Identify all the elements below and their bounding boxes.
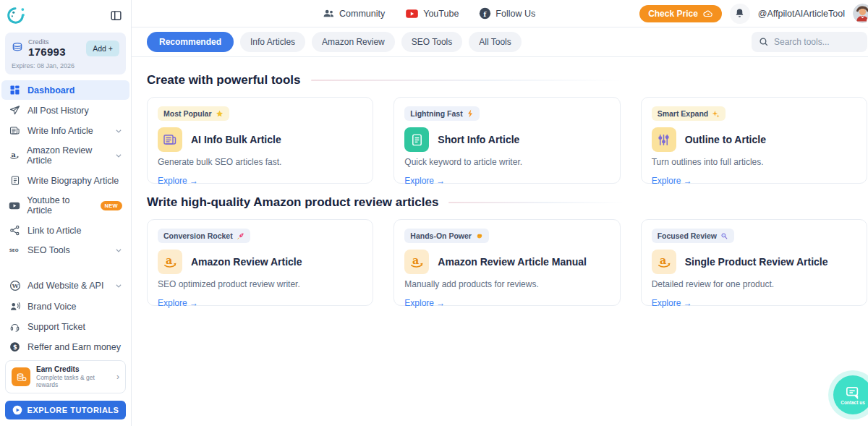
sidebar-item-label: Write Biography Article [27, 176, 119, 186]
tab-recommended[interactable]: Recommended [147, 32, 234, 52]
notification-bell-icon[interactable] [730, 4, 750, 24]
avatar[interactable]: ✓ [853, 4, 868, 23]
amazon-icon: a [9, 150, 20, 161]
decorative-line [311, 80, 624, 81]
tab-seo-tools[interactable]: SEO Tools [401, 32, 462, 52]
credits-expiry: Expires: 08 Jan, 2026 [12, 62, 119, 69]
sidebar-item-label: All Post History [27, 106, 89, 116]
chat-icon [845, 385, 861, 400]
sidebar-nav: Dashboard All Post History Write Info Ar… [0, 80, 131, 260]
sidebar-item-label: Amazon Review Article [27, 145, 109, 166]
sidebar-item-support-ticket[interactable]: Support Ticket [1, 317, 129, 336]
svg-text:$: $ [13, 344, 17, 351]
sparkle-icon [712, 110, 720, 118]
card-title: Amazon Review Article [191, 256, 302, 268]
username-label: @AffpilotAIArticleTool [758, 9, 845, 19]
explore-link[interactable]: Explore → [158, 176, 198, 186]
section-title: Create with powerful tools [147, 73, 301, 88]
document-icon [9, 175, 21, 186]
svg-text:a: a [412, 255, 419, 266]
cloud-sync-icon [702, 9, 713, 18]
tab-info-articles[interactable]: Info Articles [240, 32, 305, 52]
sliders-icon [652, 127, 676, 152]
sidebar-item-label: Brand Voice [27, 302, 76, 312]
card-amazon-review-article: Conversion Rocket a Amazon Review Articl… [147, 219, 373, 306]
card-description: Detailed review for one product. [652, 279, 856, 289]
sidebar-item-write-biography-article[interactable]: Write Biography Article [1, 171, 129, 190]
card-description: SEO optimized product review writer. [158, 279, 362, 289]
youtube-link[interactable]: YouTube [405, 7, 459, 20]
credits-card: Credits 176993 Add + Expires: 08 Jan, 20… [5, 33, 126, 74]
sidebar-item-dashboard[interactable]: Dashboard [1, 80, 129, 100]
sidebar-item-seo-tools[interactable]: SEO SEO Tools [1, 241, 129, 260]
sidebar-item-all-post-history[interactable]: All Post History [1, 101, 129, 120]
sidebar-collapse-icon[interactable] [110, 9, 122, 25]
card-title: AI Info Bulk Article [191, 134, 281, 145]
tab-amazon-review[interactable]: Amazon Review [312, 32, 395, 52]
main-column: Community YouTube f Follow Us Check Pric… [132, 0, 868, 426]
svg-text:W: W [11, 282, 19, 289]
magnifier-icon [720, 232, 728, 240]
play-icon [12, 405, 22, 415]
facebook-icon: f [479, 7, 491, 20]
coins-icon [12, 42, 23, 55]
explore-link[interactable]: Explore → [652, 298, 692, 308]
explore-link[interactable]: Explore → [404, 176, 445, 186]
sidebar-item-youtube-to-article[interactable]: Youtube to Article NEW [1, 191, 129, 220]
wordpress-icon: W [9, 280, 21, 291]
earn-credits-card[interactable]: Earn Credits Complete tasks & get reward… [5, 360, 126, 393]
card-title: Outline to Article [685, 134, 766, 145]
sidebar-item-label: Dashboard [27, 85, 75, 95]
contact-us-label: Contact us [841, 400, 865, 405]
share-icon [9, 225, 21, 236]
community-link[interactable]: Community [323, 7, 385, 20]
explore-link[interactable]: Explore → [404, 298, 445, 308]
dollar-icon: $ [9, 341, 21, 352]
tab-all-tools[interactable]: All Tools [469, 32, 521, 52]
card-outline-to-article: Smart Expand Outline to Article Turn out… [641, 97, 867, 184]
sidebar-item-label: Add Website & API [27, 281, 103, 291]
chevron-right-icon: › [116, 372, 119, 382]
coins-stack-icon [12, 367, 30, 386]
add-credits-button[interactable]: Add + [86, 41, 119, 56]
sidebar-item-label: SEO Tools [27, 245, 70, 255]
app-root: Credits 176993 Add + Expires: 08 Jan, 20… [0, 0, 868, 426]
fist-icon [475, 232, 483, 240]
chevron-down-icon [115, 152, 122, 159]
sidebar-item-link-to-article[interactable]: Link to Article [1, 221, 129, 240]
earn-credits-subtitle: Complete tasks & get rewards [36, 374, 111, 388]
card-title: Single Product Review Article [685, 256, 828, 268]
search-input[interactable] [774, 37, 860, 47]
card-description: Turn outlines into full articles. [652, 157, 856, 167]
card-badge: Hands-On Power [404, 229, 489, 243]
card-title: Short Info Article [438, 134, 519, 145]
sidebar-item-amazon-review-article[interactable]: a Amazon Review Article [1, 141, 129, 170]
decorative-line [448, 202, 624, 203]
headset-icon [9, 321, 21, 332]
explore-link[interactable]: Explore → [158, 298, 198, 308]
voice-icon [9, 301, 21, 312]
credits-label: Credits [28, 38, 66, 46]
svg-text:SEO: SEO [9, 248, 19, 252]
card-description: Quick keyword to article writer. [404, 157, 609, 167]
amazon-icon: a [652, 250, 676, 274]
newspaper-icon [158, 127, 182, 152]
sidebar-item-refer-earn[interactable]: $ Reffer and Earn money [1, 337, 129, 357]
explore-tutorials-button[interactable]: EXPLORE TUTORIALS [5, 401, 126, 419]
card-single-product-review-article: Focused Review a Single Product Review A… [641, 219, 867, 306]
sidebar-item-add-website-api[interactable]: W Add Website & API [1, 276, 129, 296]
explore-link[interactable]: Explore → [652, 176, 692, 186]
app-logo [6, 5, 26, 28]
contact-us-button[interactable]: Contact us [833, 375, 868, 414]
new-badge: NEW [101, 201, 122, 210]
check-price-button[interactable]: Check Price [639, 5, 722, 22]
card-badge: Conversion Rocket [158, 229, 250, 243]
tool-cards-row: Conversion Rocket a Amazon Review Articl… [147, 219, 867, 306]
tool-cards-row: Most Popular AI Info Bulk Article Genera… [147, 97, 867, 184]
follow-us-link[interactable]: f Follow Us [479, 7, 535, 20]
sidebar-item-write-info-article[interactable]: Write Info Article [1, 121, 129, 140]
youtube-icon [405, 9, 419, 19]
people-icon [323, 9, 335, 18]
svg-text:a: a [12, 150, 16, 158]
sidebar-item-brand-voice[interactable]: Brand Voice [1, 297, 129, 316]
